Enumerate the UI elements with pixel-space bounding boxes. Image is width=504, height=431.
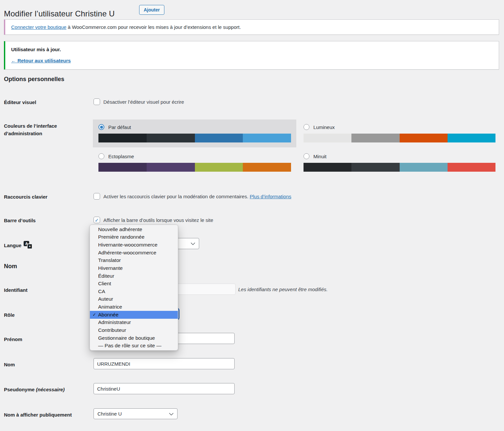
scheme-radio[interactable] [304, 153, 309, 159]
role-option[interactable]: Adhérente-woocommerce [90, 249, 178, 257]
scheme-color-swatch [400, 163, 448, 172]
back-to-users-link[interactable]: ← Retour aux utilisateurs [11, 58, 71, 63]
scheme-name: Par défaut [108, 124, 131, 130]
language-label-text: Langue [4, 243, 21, 248]
nickname-input[interactable] [94, 383, 235, 394]
translation-icon-badge: ★ [27, 244, 32, 249]
scheme-color-swatch [243, 163, 291, 172]
visual-editor-checkbox-label[interactable]: Désactiver l’éditeur visuel pour écrire [103, 99, 184, 105]
role-option[interactable]: ✓Abonnée [90, 311, 178, 319]
first-name-label: Prénom [4, 335, 22, 343]
color-scheme-option[interactable]: Ectoplasme [93, 149, 296, 177]
role-option[interactable]: Translator [90, 257, 178, 265]
role-option-label: Abonnée [98, 312, 118, 318]
toolbar-checkbox-label[interactable]: Afficher la barre d’outils lorsque vous … [103, 217, 213, 223]
toolbar-checkbox[interactable] [94, 217, 100, 223]
edit-user-page: Modifier l’utilisateur Christine U Ajout… [0, 0, 504, 431]
scheme-color-swatch [195, 163, 243, 172]
display-name-select[interactable]: Christine U [94, 408, 178, 419]
chevron-down-icon [169, 411, 174, 415]
scheme-color-swatch [400, 134, 448, 142]
nickname-label: Pseudonyme (nécessaire) [4, 386, 65, 393]
display-name-label: Nom à afficher publiquement [4, 411, 72, 419]
role-option-label: Adhérente-woocommerce [98, 250, 156, 256]
role-option[interactable]: Première randonnée [90, 233, 178, 241]
scheme-color-bar [304, 134, 495, 142]
username-label: Identifiant [4, 286, 28, 294]
last-name-input[interactable] [94, 358, 235, 369]
role-dropdown-popup: Nouvelle adhérentePremière randonnéeHive… [90, 225, 178, 351]
scheme-color-swatch [304, 163, 351, 172]
keyboard-shortcuts-checkbox[interactable] [94, 193, 100, 200]
keyboard-shortcuts-label: Raccourcis clavier [4, 193, 48, 201]
admin-colors-label-line1: Couleurs de l’interface [4, 123, 57, 129]
role-option-label: Nouvelle adhérente [98, 226, 142, 232]
role-label: Rôle [4, 311, 15, 319]
nickname-label-text: Pseudonyme [4, 387, 34, 392]
scheme-color-swatch [304, 134, 351, 142]
role-option[interactable]: Hivernante [90, 264, 178, 272]
scheme-color-swatch [98, 134, 147, 142]
role-option[interactable]: Administrateur [90, 319, 178, 327]
user-updated-message: Utilisateur mis à jour. [11, 47, 493, 52]
role-option-label: Translator [98, 257, 121, 263]
woocommerce-notice: Connecter votre boutique à WooCommerce.c… [4, 19, 499, 35]
display-name-select-value: Christine U [97, 411, 122, 417]
keyboard-shortcuts-text: Activer les raccourcis clavier pour la m… [103, 194, 250, 199]
role-option[interactable]: Client [90, 280, 178, 288]
role-option-label: Animatrice [98, 304, 122, 310]
role-option-label: Contributeur [98, 327, 126, 333]
username-note: Les identifiants ne peuvent être modifié… [238, 287, 328, 292]
role-option[interactable]: Nouvelle adhérente [90, 226, 178, 233]
role-option-label: CA [98, 289, 105, 294]
scheme-color-swatch [448, 134, 495, 142]
page-title: Modifier l’utilisateur Christine U [4, 9, 115, 18]
toolbar-label: Barre d’outils [4, 217, 36, 224]
role-option-label: Gestionnaire de boutique [98, 335, 155, 341]
more-info-link[interactable]: Plus d’informations [250, 194, 291, 199]
role-option[interactable]: Hivernante-woocommerce [90, 241, 178, 249]
keyboard-shortcuts-checkbox-label[interactable]: Activer les raccourcis clavier pour la m… [103, 194, 291, 199]
role-option-label: Client [98, 281, 111, 287]
chevron-down-icon [191, 241, 195, 245]
last-name-label: Nom [4, 361, 15, 368]
role-option[interactable]: Animatrice [90, 303, 178, 311]
role-option-label: Auteur [98, 296, 113, 302]
role-option-label: Administrateur [98, 319, 131, 325]
role-option[interactable]: — Pas de rôle sur ce site — [90, 342, 178, 350]
color-scheme-option[interactable]: Par défaut [93, 119, 296, 147]
role-option[interactable]: Éditeur [90, 272, 178, 280]
scheme-color-swatch [147, 163, 195, 172]
nickname-required-note: (nécessaire) [36, 387, 65, 392]
scheme-name: Minuit [313, 154, 326, 159]
scheme-color-swatch [448, 163, 495, 172]
language-label: LangueA★ [4, 241, 32, 249]
role-option[interactable]: Contributeur [90, 326, 178, 334]
connect-store-link[interactable]: Connecter votre boutique [11, 24, 66, 30]
role-option[interactable]: Gestionnaire de boutique [90, 334, 178, 342]
scheme-radio[interactable] [304, 124, 309, 130]
role-option-label: — Pas de rôle sur ce site — [98, 343, 161, 349]
add-user-button[interactable]: Ajouter [139, 5, 164, 15]
scheme-name: Lumineux [313, 124, 335, 130]
visual-editor-label: Éditeur visuel [4, 98, 36, 106]
scheme-color-bar [304, 163, 495, 172]
user-updated-notice: Utilisateur mis à jour. ← Retour aux uti… [4, 41, 499, 70]
scheme-radio[interactable] [98, 153, 104, 159]
visual-editor-checkbox[interactable] [94, 98, 100, 105]
scheme-color-bar [98, 134, 291, 142]
color-scheme-option[interactable]: Minuit [302, 149, 495, 177]
check-icon: ✓ [93, 312, 96, 317]
color-scheme-option[interactable]: Lumineux [302, 119, 495, 147]
role-option-label: Éditeur [98, 273, 114, 279]
woocommerce-notice-text: à WooCommerce.com pour recevoir les mise… [66, 24, 241, 30]
scheme-color-swatch [243, 134, 291, 142]
role-option[interactable]: CA [90, 288, 178, 295]
role-option[interactable]: Auteur [90, 295, 178, 303]
scheme-color-swatch [351, 163, 399, 172]
scheme-color-swatch [195, 134, 243, 142]
scheme-color-swatch [98, 163, 147, 172]
admin-colors-label-line2: d’administration [4, 131, 42, 136]
name-section-heading: Nom [4, 263, 17, 270]
scheme-radio[interactable] [98, 124, 104, 130]
